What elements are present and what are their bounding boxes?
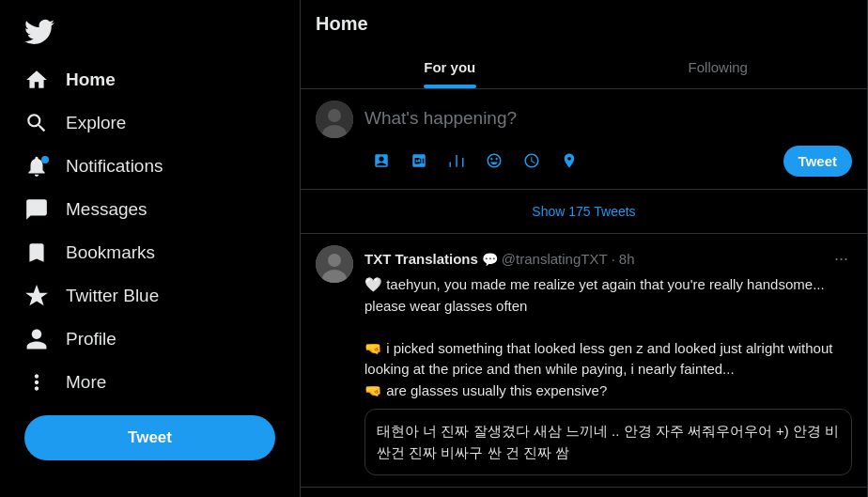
sidebar-item-label-home: Home: [66, 70, 116, 90]
tweet-header: TXT Translations 💬 @translatingTXT · 8h …: [364, 245, 852, 272]
tab-following[interactable]: Following: [584, 46, 853, 88]
compose-tweet-button[interactable]: Tweet: [783, 146, 852, 177]
emoji-icon[interactable]: [477, 144, 511, 178]
sidebar-item-label-profile: Profile: [66, 329, 116, 349]
explore-icon: [24, 111, 49, 135]
sidebar-item-more[interactable]: More: [11, 361, 288, 404]
sidebar-item-profile[interactable]: Profile: [11, 318, 288, 361]
compose-right: What's happening?: [364, 101, 852, 178]
messages-icon: [24, 197, 49, 222]
tweet-display-name: TXT Translations: [364, 251, 478, 267]
tweet-more-button[interactable]: ···: [830, 245, 852, 272]
twitter-blue-icon: [24, 284, 49, 308]
tweet-content: TXT Translations 💬 @translatingTXT · 8h …: [364, 245, 852, 475]
compose-avatar: [316, 101, 353, 138]
tweet-time: 8h: [619, 251, 635, 267]
main-header: Home For youFollowing: [301, 0, 867, 89]
tabs-container: For youFollowing: [316, 46, 852, 88]
home-icon: [24, 68, 49, 92]
bookmarks-icon: [24, 241, 49, 265]
tweet-avatar: [316, 245, 353, 283]
schedule-icon[interactable]: [515, 144, 549, 178]
sidebar-item-twitter-blue[interactable]: Twitter Blue: [11, 274, 288, 318]
tweet-avatar-image: [316, 245, 353, 283]
compose-toolbar: Tweet: [364, 144, 852, 178]
sidebar-item-messages[interactable]: Messages: [11, 188, 288, 231]
tweet-card[interactable]: TXT Translations 💬 @translatingTXT · 8h …: [301, 234, 867, 488]
sidebar: HomeExploreNotificationsMessagesBookmark…: [0, 0, 301, 497]
location-icon[interactable]: [552, 144, 586, 178]
sidebar-item-notifications[interactable]: Notifications: [11, 145, 288, 188]
show-more-bar: Show 175 Tweets: [301, 190, 867, 234]
tweet-separator: ·: [612, 251, 615, 267]
media-icon[interactable]: [364, 144, 398, 178]
sidebar-item-label-bookmarks: Bookmarks: [66, 242, 155, 263]
page-title: Home: [316, 13, 852, 46]
tweet-list: TXT Translations 💬 @translatingTXT · 8h …: [301, 234, 867, 488]
tweet-button[interactable]: Tweet: [24, 415, 275, 460]
twitter-logo[interactable]: [11, 8, 288, 54]
tweet-quote-card[interactable]: 태현아 너 진짜 잘생겼다 새삼 느끼네 .. 안경 자주 써줘우어우어 +) …: [364, 409, 852, 475]
sidebar-item-bookmarks[interactable]: Bookmarks: [11, 231, 288, 274]
sidebar-item-home[interactable]: Home: [11, 58, 288, 101]
poll-icon[interactable]: [440, 144, 473, 178]
sidebar-item-explore[interactable]: Explore: [11, 101, 288, 145]
svg-point-1: [328, 109, 341, 122]
show-more-link[interactable]: Show 175 Tweets: [532, 204, 635, 219]
compose-area: What's happening?: [301, 89, 867, 190]
sidebar-item-label-explore: Explore: [66, 113, 126, 133]
more-icon: [24, 370, 49, 395]
tweet-quote-text: 태현아 너 진짜 잘생겼다 새삼 느끼네 .. 안경 자주 써줘우어우어 +) …: [377, 421, 840, 463]
compose-icons: [364, 144, 586, 178]
sidebar-item-label-twitter-blue: Twitter Blue: [66, 286, 159, 306]
profile-icon: [24, 327, 49, 351]
tweet-text: 🤍 taehyun, you made me realize yet again…: [364, 274, 852, 401]
gif-icon[interactable]: [402, 144, 436, 178]
main-content: Home For youFollowing What's happening?: [301, 0, 868, 497]
compose-input-placeholder[interactable]: What's happening?: [364, 101, 852, 136]
verified-badge: 💬: [482, 252, 498, 267]
nav-list: HomeExploreNotificationsMessagesBookmark…: [11, 58, 288, 404]
tweet-user-info: TXT Translations 💬 @translatingTXT · 8h: [364, 251, 634, 267]
sidebar-item-label-more: More: [66, 372, 106, 393]
sidebar-item-label-notifications: Notifications: [66, 156, 163, 177]
tab-for-you[interactable]: For you: [316, 46, 584, 88]
compose-avatar-image: [316, 101, 353, 138]
tweet-handle: @translatingTXT: [502, 251, 608, 267]
sidebar-item-label-messages: Messages: [66, 199, 147, 220]
notifications-icon: [24, 154, 49, 179]
svg-point-4: [328, 254, 341, 267]
